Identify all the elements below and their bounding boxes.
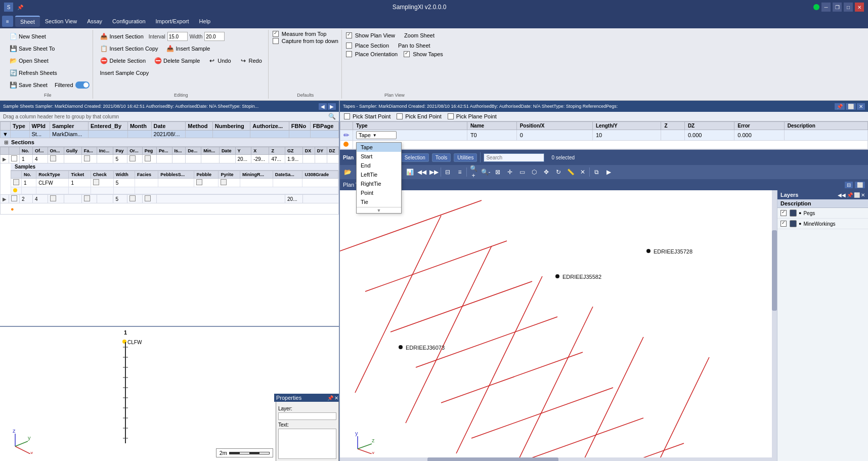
col-numbering[interactable]: Numbering (212, 122, 250, 131)
delete-section-button[interactable]: ⛔ Delete Section (97, 55, 149, 66)
nav-back-button[interactable]: ◀ (319, 103, 327, 110)
sec-col-y[interactable]: Y (235, 147, 251, 155)
plan-icon-crosshair[interactable]: ✛ (504, 166, 515, 178)
sec-col-no[interactable]: No. (20, 147, 33, 155)
place-orientation-checkbox[interactable] (346, 51, 352, 57)
redo-button[interactable]: ↪ Redo (236, 55, 265, 66)
layers-collapse-left-btn[interactable]: ◀◀ (838, 192, 846, 198)
layer-item-pegs[interactable]: ● Pegs (777, 208, 868, 219)
layers-close-btn[interactable]: ✕ (861, 192, 865, 198)
sec-col-x[interactable]: X (251, 147, 269, 155)
dropdown-item-start[interactable]: Start (357, 152, 401, 161)
dropdown-item-righttie[interactable]: RightTie (357, 179, 401, 188)
place-section-checkbox[interactable] (346, 43, 352, 49)
plan-icon-zoom-out[interactable]: 🔍- (480, 166, 491, 178)
sec-col-peg[interactable]: Peg (142, 147, 156, 155)
col-date[interactable]: Date (151, 122, 186, 131)
menu-sheet[interactable]: Sheet (15, 16, 40, 27)
samp-col-no[interactable]: No. (22, 171, 36, 179)
sec-col-is[interactable]: Is... (172, 147, 186, 155)
capture-from-top-checkbox[interactable] (273, 38, 279, 44)
selection-button[interactable]: Selection (401, 153, 429, 162)
tapes-expand-button[interactable]: ⬜ (846, 103, 856, 110)
properties-close-button[interactable]: ✕ (334, 395, 338, 401)
sample-row-2[interactable] (11, 187, 338, 194)
filtered-toggle[interactable] (75, 81, 90, 89)
plan-icon-table[interactable]: ⊟ (442, 166, 453, 178)
sec-col-or[interactable]: Or... (127, 147, 142, 155)
tape-edit-error[interactable]: 0.000 (734, 130, 784, 141)
samp-col-width[interactable]: Width (113, 171, 135, 179)
tape-col-dz[interactable]: DZ (684, 122, 734, 130)
sec-col-inc[interactable]: Inc... (97, 147, 113, 155)
tape-col-length[interactable]: Length/Y (592, 122, 661, 130)
minimize-button[interactable]: ─ (821, 3, 831, 12)
tape-edit-type-cell[interactable]: Tape ▼ Tape Start End LeftTie RightTie (353, 130, 467, 141)
menu-section-view[interactable]: Section View (40, 16, 82, 26)
interval-input[interactable] (167, 32, 188, 41)
save-sheet-to-button[interactable]: 💾 Save Sheet To (6, 43, 58, 54)
col-wpid[interactable]: WPId (29, 122, 50, 131)
menu-configuration[interactable]: Configuration (107, 16, 150, 26)
pick-start-checkbox[interactable]: Pick Start Point (344, 113, 390, 119)
sec-col-dz[interactable]: DZ (327, 147, 338, 155)
text-prop-textarea[interactable] (278, 429, 336, 459)
dropdown-item-end[interactable]: End (357, 161, 401, 170)
tape-edit-z[interactable] (661, 130, 684, 141)
tape-col-position[interactable]: Position/X (516, 122, 592, 130)
plan-icon-measure[interactable]: 📏 (565, 166, 576, 178)
col-type[interactable]: Type (10, 122, 29, 131)
pick-plane-checkbox[interactable]: Pick Plane Point (448, 113, 497, 119)
sec-row1-expand-icon[interactable]: ▶ (3, 156, 7, 162)
samp-col-check[interactable]: Check (91, 171, 113, 179)
samp-col-u308[interactable]: U308Grade (302, 171, 338, 179)
pan-to-sheet-button[interactable]: Pan to Sheet (395, 41, 433, 50)
tape-col-name[interactable]: Name (467, 122, 516, 130)
refresh-sheets-button[interactable]: 🔄 Refresh Sheets (6, 67, 60, 78)
sec-col-fa[interactable]: Fa... (81, 147, 97, 155)
zoom-sheet-button[interactable]: Zoom Sheet (401, 31, 438, 40)
pick-end-checkbox[interactable]: Pick End Point (397, 113, 442, 119)
show-plan-view-checkbox[interactable] (346, 32, 352, 38)
samp-col-facies[interactable]: Facies (135, 171, 158, 179)
plan-icon-zoom-all[interactable]: ⊠ (492, 166, 503, 178)
save-sheet-button[interactable]: 💾 Save Sheet (6, 79, 51, 91)
layers-pin-btn[interactable]: 📌 (847, 192, 853, 198)
map-scrollbar-v[interactable] (772, 190, 777, 457)
tape-edit-length[interactable]: 10 (592, 130, 661, 141)
close-button[interactable]: ✕ (855, 3, 864, 12)
measure-from-top-checkbox[interactable] (273, 31, 279, 37)
main-view-expand-btn[interactable]: ⬜ (855, 182, 865, 188)
section-row-1[interactable]: ▶ 1 4 5 (1, 155, 339, 163)
menu-import-export[interactable]: Import/Export (151, 16, 194, 26)
tapes-close-button[interactable]: ✕ (857, 103, 865, 110)
layer-pegs-visibility-checkbox[interactable] (780, 210, 787, 216)
samp-col-pebbles[interactable]: PebblesS... (158, 171, 194, 179)
menu-help[interactable]: Help (194, 16, 216, 26)
properties-pin-button[interactable]: 📌 (327, 395, 333, 401)
plan-icon-forward[interactable]: ▶▶ (428, 166, 440, 178)
col-authorize[interactable]: Authorize... (250, 122, 289, 131)
sec-col-z[interactable]: Z (269, 147, 285, 155)
tape-edit-row[interactable]: ✏ Tape ▼ Tape Start (340, 130, 868, 141)
samp-col-pebble[interactable]: Pebble (194, 171, 219, 179)
sheet-row-1[interactable]: ▼ St... MarkDiam... 2021/08/... (1, 131, 339, 138)
tape-edit-position[interactable]: 0 (516, 130, 592, 141)
col-method[interactable]: Method (186, 122, 212, 131)
tape-col-description[interactable]: Description (784, 122, 867, 130)
layers-expand-btn[interactable]: ⬜ (854, 192, 860, 198)
tape-edit-name[interactable]: T0 (467, 130, 516, 141)
col-month[interactable]: Month (127, 122, 151, 131)
sec-row1-sel[interactable]: ▶ (1, 155, 9, 163)
tape-col-z[interactable]: Z (661, 122, 684, 130)
tools-button[interactable]: Tools (432, 153, 451, 162)
plan-icon-rotate[interactable]: ↻ (553, 166, 564, 178)
dropdown-item-tie[interactable]: Tie (357, 197, 401, 206)
main-view-pin-btn[interactable]: ⊟ (845, 182, 853, 188)
col-fbpage[interactable]: FBPage (311, 122, 339, 131)
samp-col-datesa[interactable]: DateSa... (273, 171, 302, 179)
plan-icon-back[interactable]: ◀◀ (416, 166, 427, 178)
open-sheet-button[interactable]: 📂 Open Sheet (6, 55, 52, 66)
show-tapes-checkbox[interactable] (404, 51, 410, 57)
samp-col-mining[interactable]: MiningR... (240, 171, 273, 179)
